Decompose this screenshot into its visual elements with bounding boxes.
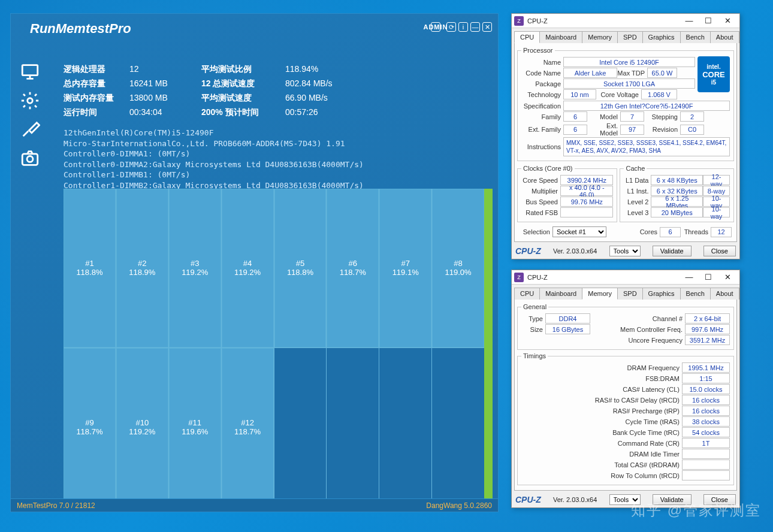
cpuz-icon: Z	[514, 16, 524, 26]
watermark: 知乎 @管家评测室	[631, 501, 761, 520]
close-button[interactable]: Close	[703, 246, 736, 256]
tab-bar: CPUMainboardMemorySPDGraphicsBenchAbout	[512, 285, 739, 299]
val: 2	[680, 111, 704, 122]
tab-bench[interactable]: Bench	[680, 31, 711, 43]
lbl: Rated FSB	[521, 209, 560, 216]
lbl: Cores	[606, 228, 660, 235]
stat-label: 逻辑处理器	[64, 64, 129, 75]
val	[682, 460, 730, 470]
cell-pct: 119.6%	[182, 427, 208, 436]
lbl: Row To Column (tRCD)	[521, 472, 682, 479]
cell-id: #4	[243, 259, 252, 268]
val: 38 clocks	[682, 416, 730, 427]
memtest-cell[interactable]: #12118.7%	[222, 348, 274, 507]
memtest-cell[interactable]: #10119.2%	[116, 348, 168, 507]
memtest-cell[interactable]: #5118.8%	[274, 189, 327, 347]
stat-label: 平均测试速度	[201, 93, 285, 104]
cell-pct: 119.2%	[129, 427, 155, 436]
socket-select[interactable]: Socket #1	[552, 226, 606, 237]
tab-cpu[interactable]: CPU	[514, 31, 540, 43]
close-icon[interactable]: ✕	[718, 271, 737, 284]
tab-memory[interactable]: Memory	[582, 31, 618, 43]
val: Alder Lake	[563, 68, 617, 78]
val: 1995.1 MHz	[682, 362, 730, 373]
memtest-cell[interactable]: #4119.2%	[222, 189, 274, 347]
cpuz-logo: CPU-Z	[515, 246, 541, 256]
val: 1:15	[682, 373, 730, 383]
lbl: Core Voltage	[596, 91, 641, 98]
tab-graphics[interactable]: Graphics	[642, 31, 681, 43]
gear-icon[interactable]	[20, 90, 40, 111]
tab-memory[interactable]: Memory	[582, 288, 618, 300]
stat-value: 66.90 MB/s	[285, 93, 363, 104]
cell-pct: 118.8%	[287, 268, 313, 277]
val: x 40.0 (4.0 - 46.0)	[560, 186, 613, 196]
tab-spd[interactable]: SPD	[617, 31, 643, 43]
stat-label: 总内存容量	[64, 78, 129, 89]
maximize-icon[interactable]: ☐	[699, 271, 718, 284]
memtest-cell[interactable]: #2118.9%	[116, 189, 168, 347]
close-icon[interactable]: ✕	[482, 22, 492, 32]
cell-id: #1	[85, 259, 93, 268]
lbl: Multiplier	[521, 188, 560, 195]
titlebar[interactable]: Z CPU-Z — ☐ ✕	[512, 14, 739, 28]
camera-icon[interactable]	[20, 148, 40, 168]
svg-point-3	[27, 156, 33, 162]
cell-id: #5	[296, 259, 304, 268]
tab-mainboard[interactable]: Mainboard	[539, 31, 582, 43]
tab-about[interactable]: About	[710, 31, 739, 43]
memtest-cell[interactable]: #3119.2%	[169, 189, 221, 347]
close-icon[interactable]: ✕	[718, 14, 737, 28]
monitor-icon[interactable]	[20, 62, 40, 82]
stat-label: 运行时间	[64, 107, 129, 118]
tab-cpu[interactable]: CPU	[514, 288, 540, 300]
window-title: CPU-Z	[527, 274, 548, 281]
val	[682, 470, 730, 480]
memtest-cell[interactable]: #6118.7%	[327, 189, 379, 347]
memtest-cell[interactable]: #9118.7%	[64, 348, 116, 507]
brush-icon[interactable]	[20, 119, 40, 140]
lbl: Revision	[644, 126, 680, 133]
memtest-cell[interactable]: #7119.1%	[379, 189, 431, 347]
minimize-icon[interactable]: —	[680, 271, 699, 284]
tab-graphics[interactable]: Graphics	[642, 288, 681, 300]
intel-logo: intel. CORE i5	[697, 56, 730, 92]
tools-select[interactable]: Tools	[609, 246, 641, 256]
legend: Cache	[624, 165, 647, 172]
empty-cell	[274, 348, 327, 507]
lbl: Technology	[521, 91, 563, 98]
lbl: Level 3	[624, 209, 651, 216]
cell-id: #3	[191, 259, 199, 268]
cell-id: #6	[349, 259, 357, 268]
val	[682, 449, 730, 459]
general-group: General TypeDDR4Channel #2 x 64-bit Size…	[517, 303, 734, 350]
val: 2 x 64-bit	[685, 313, 730, 324]
minimize-icon[interactable]: —	[680, 14, 699, 28]
memtest-stats: 逻辑处理器 12 平均测试比例 118.94% 总内存容量 16241 MB 1…	[64, 64, 363, 118]
tab-mainboard[interactable]: Mainboard	[539, 288, 582, 300]
refresh-icon[interactable]: ⟳	[446, 22, 456, 32]
memtest-window: RunMemtestPro ADMIN ⟳ i — ✕ 逻辑处理器 12 平均测…	[10, 13, 499, 512]
tab-bench[interactable]: Bench	[680, 288, 711, 300]
tab-spd[interactable]: SPD	[617, 288, 643, 300]
memtest-cell[interactable]: #11119.6%	[169, 348, 221, 507]
tab-about[interactable]: About	[710, 288, 739, 300]
val: 12-way	[703, 175, 730, 185]
validate-button[interactable]: Validate	[653, 246, 692, 256]
cpuz-icon: Z	[514, 273, 524, 282]
cell-id: #11	[188, 418, 201, 427]
val: 1T	[682, 438, 730, 448]
minimize-icon[interactable]: —	[470, 22, 480, 32]
window-controls: ADMIN ⟳ i — ✕	[431, 22, 492, 32]
val: C0	[680, 125, 704, 135]
maximize-icon[interactable]: ☐	[699, 14, 718, 28]
legend: General	[521, 303, 548, 310]
titlebar[interactable]: Z CPU-Z — ☐ ✕	[512, 270, 739, 285]
memtest-cell[interactable]: #8119.0%	[432, 189, 484, 347]
memtest-cell[interactable]: #1118.8%	[64, 189, 116, 347]
lbl: Core Speed	[521, 177, 560, 184]
val: 997.6 MHz	[685, 324, 730, 334]
empty-cell	[379, 348, 431, 507]
about-icon[interactable]: i	[458, 22, 468, 32]
cell-pct: 118.9%	[129, 268, 155, 277]
